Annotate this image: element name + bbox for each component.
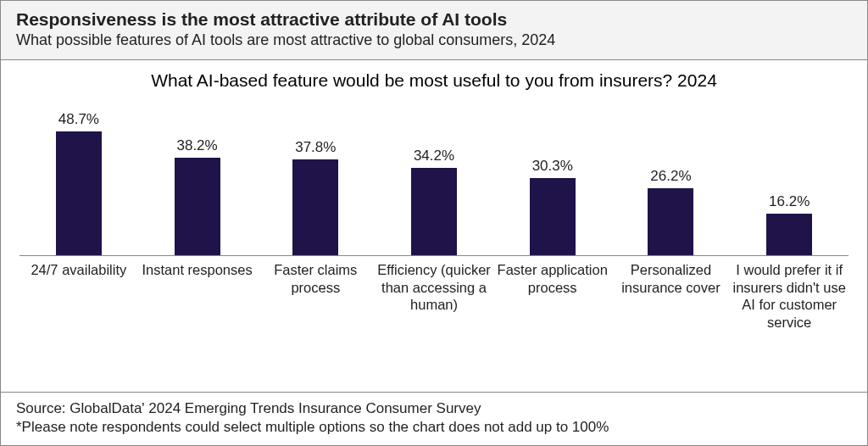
page-title: Responsiveness is the most attractive at… [16,9,852,30]
bar-value-label: 34.2% [414,148,454,164]
bar-value-label: 30.3% [532,158,573,175]
bar-col: 38.2% [138,103,257,255]
bar-value-label: 38.2% [176,137,217,154]
source-text: Source: GlobalData' 2024 Emerging Trends… [16,399,852,418]
category-label: Faster application process [493,261,612,337]
category-row: 24/7 availability Instant responses Fast… [16,256,852,337]
category-label: 24/7 availability [19,261,138,337]
bar [56,131,102,255]
bar [175,158,220,255]
category-label: Personalized insurance cover [612,261,731,337]
bars-row: 48.7% 38.2% 37.8% 34.2% 30.3% 26.2% [16,103,852,255]
bar-value-label: 48.7% [58,111,99,128]
page-subtitle: What possible features of AI tools are m… [16,31,852,49]
category-label: Efficiency (quicker than accessing a hum… [375,261,493,337]
bar-col: 37.8% [256,103,375,255]
bar-col: 34.2% [375,103,493,255]
footnote-text: *Please note respondents could select mu… [16,418,852,437]
bar [766,214,812,255]
bar [648,188,693,255]
chart-title: What AI-based feature would be most usef… [16,70,852,91]
header: Responsiveness is the most attractive at… [1,1,867,60]
bar-col: 48.7% [19,103,138,255]
bar [530,178,576,255]
bar-col: 26.2% [612,103,731,255]
bar-value-label: 37.8% [295,139,336,156]
bar [292,159,338,255]
footer: Source: GlobalData' 2024 Emerging Trends… [1,392,867,445]
category-label: Instant responses [138,261,257,337]
bar-col: 30.3% [493,103,612,255]
category-label: Faster claims process [256,261,375,337]
report-frame: Responsiveness is the most attractive at… [0,0,868,446]
bar-col: 16.2% [730,103,849,255]
chart-area: What AI-based feature would be most usef… [1,60,867,392]
bar-value-label: 26.2% [650,168,691,185]
bar [411,168,457,255]
category-label: I would prefer it if insurers didn't use… [730,261,849,337]
bar-value-label: 16.2% [769,193,810,210]
